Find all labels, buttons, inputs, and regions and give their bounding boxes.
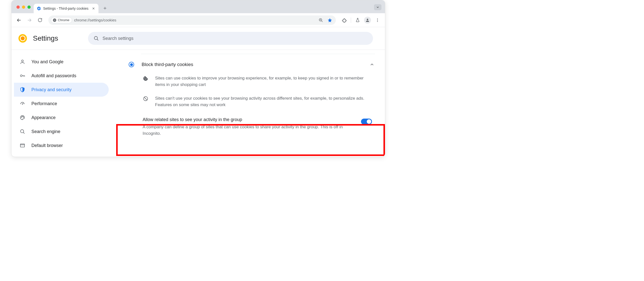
key-icon xyxy=(20,73,26,79)
sidebar-item-label: Performance xyxy=(32,101,57,106)
info-row-allowed: Sites can use cookies to improve your br… xyxy=(129,71,375,92)
svg-point-13 xyxy=(367,19,368,20)
cookie-icon xyxy=(142,75,148,81)
svg-rect-35 xyxy=(20,144,25,147)
block-icon xyxy=(142,96,148,102)
svg-point-28 xyxy=(22,104,23,104)
svg-point-31 xyxy=(23,116,23,117)
speedometer-icon xyxy=(20,101,26,107)
address-bar[interactable]: Chrome chrome://settings/cookies xyxy=(48,15,336,25)
svg-point-14 xyxy=(377,18,378,19)
sidebar-item-appearance[interactable]: Appearance xyxy=(14,111,109,125)
settings-favicon-icon xyxy=(37,6,41,11)
collapse-button[interactable] xyxy=(369,61,375,67)
person-icon xyxy=(20,59,26,65)
sidebar-item-performance[interactable]: Performance xyxy=(14,97,109,111)
toggle-switch[interactable] xyxy=(361,119,372,125)
svg-point-39 xyxy=(146,79,146,79)
maximize-window-button[interactable] xyxy=(28,5,31,9)
site-chip[interactable]: Chrome xyxy=(51,17,72,23)
svg-point-37 xyxy=(144,77,145,78)
sidebar-item-search-engine[interactable]: Search engine xyxy=(14,125,109,139)
labs-icon[interactable] xyxy=(353,16,362,25)
switch-thumb xyxy=(367,119,371,124)
forward-button[interactable] xyxy=(25,16,34,25)
minimize-window-button[interactable] xyxy=(22,5,25,9)
bookmark-star-icon[interactable] xyxy=(326,17,333,24)
tab-overflow-button[interactable] xyxy=(374,4,382,10)
close-window-button[interactable] xyxy=(16,5,20,9)
page-title: Settings xyxy=(33,34,58,42)
avatar-icon xyxy=(364,17,371,24)
svg-point-30 xyxy=(22,116,22,117)
close-tab-button[interactable] xyxy=(92,6,96,10)
search-icon xyxy=(20,129,26,135)
profile-button[interactable] xyxy=(363,16,372,25)
browser-window-icon xyxy=(20,142,26,148)
browser-tab[interactable]: Settings - Third-party cookies xyxy=(34,4,98,13)
shield-icon xyxy=(20,87,26,93)
svg-line-10 xyxy=(322,21,322,22)
svg-line-41 xyxy=(144,97,147,100)
svg-point-29 xyxy=(21,117,22,118)
menu-button[interactable] xyxy=(373,16,382,25)
search-settings-input[interactable]: Search settings xyxy=(88,32,373,45)
tab-strip: Settings - Third-party cookies xyxy=(12,0,385,13)
info-row-blocked: Sites can't use your cookies to see your… xyxy=(129,92,375,112)
toolbar: Chrome chrome://settings/cookies xyxy=(12,13,385,27)
radio-label: Block third-party cookies xyxy=(142,62,362,67)
toggle-title: Allow related sites to see your activity… xyxy=(142,117,354,122)
toggle-description: A company can define a group of sites th… xyxy=(142,124,347,137)
toggle-related-sites: Allow related sites to see your activity… xyxy=(129,112,375,142)
sidebar-item-you-and-google[interactable]: You and Google xyxy=(14,55,109,69)
svg-point-19 xyxy=(21,36,25,40)
settings-body: You and Google Autofill and passwords Pr… xyxy=(12,49,385,157)
chrome-icon xyxy=(52,18,56,22)
sidebar-item-label: You and Google xyxy=(32,59,63,64)
svg-line-34 xyxy=(24,133,25,134)
svg-line-21 xyxy=(97,39,98,41)
svg-point-32 xyxy=(24,117,24,118)
sidebar-item-autofill[interactable]: Autofill and passwords xyxy=(14,69,109,83)
sidebar-item-label: Appearance xyxy=(32,115,56,120)
sidebar: You and Google Autofill and passwords Pr… xyxy=(12,50,114,157)
reload-button[interactable] xyxy=(36,16,44,25)
radio-block-third-party-cookies[interactable]: Block third-party cookies xyxy=(129,57,375,71)
search-icon xyxy=(94,36,99,41)
divider xyxy=(141,54,375,54)
sidebar-item-label: Autofill and passwords xyxy=(32,73,76,78)
main-panel: Block third-party cookies Sites can use … xyxy=(114,50,385,157)
chrome-logo-icon xyxy=(18,34,27,43)
back-button[interactable] xyxy=(14,16,24,25)
chip-label: Chrome xyxy=(58,18,69,22)
svg-point-8 xyxy=(54,19,55,20)
sidebar-item-privacy-security[interactable]: Privacy and security xyxy=(14,83,109,97)
svg-point-16 xyxy=(377,21,378,22)
svg-point-15 xyxy=(377,20,378,20)
browser-window: Settings - Third-party cookies Chrome xyxy=(11,0,385,157)
extensions-icon[interactable] xyxy=(340,16,349,25)
sidebar-item-label: Search engine xyxy=(32,129,60,134)
svg-point-23 xyxy=(20,75,22,76)
sidebar-item-label: Privacy and security xyxy=(32,87,72,92)
radio-selected-icon xyxy=(129,62,134,67)
url-text: chrome://settings/cookies xyxy=(74,18,316,22)
sidebar-item-default-browser[interactable]: Default browser xyxy=(14,139,109,152)
toolbar-separator xyxy=(351,17,351,23)
window-controls xyxy=(15,5,34,13)
svg-point-20 xyxy=(94,36,98,40)
svg-point-22 xyxy=(22,60,23,62)
tab-title: Settings - Third-party cookies xyxy=(43,6,90,10)
toolbar-actions xyxy=(340,16,382,25)
new-tab-button[interactable] xyxy=(101,4,109,12)
settings-header: Settings Search settings xyxy=(12,27,385,49)
palette-icon xyxy=(20,115,26,121)
zoom-icon[interactable] xyxy=(318,17,324,24)
info-text: Sites can use cookies to improve your br… xyxy=(155,75,372,88)
sidebar-item-label: Default browser xyxy=(32,143,63,148)
search-placeholder: Search settings xyxy=(102,36,134,41)
svg-point-33 xyxy=(20,130,24,133)
svg-point-38 xyxy=(145,79,145,79)
info-text: Sites can't use your cookies to see your… xyxy=(155,95,372,108)
